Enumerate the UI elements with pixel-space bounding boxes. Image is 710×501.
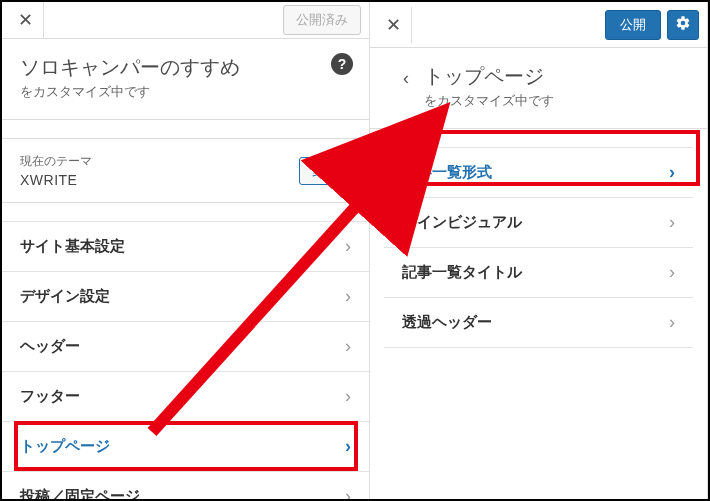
- settings-button[interactable]: [667, 10, 699, 40]
- menu-item-main-visual[interactable]: メインビジュアル ›: [384, 197, 693, 248]
- topbar-left: ✕ 公開済み: [2, 2, 369, 39]
- chevron-right-icon: ›: [345, 436, 351, 457]
- gear-icon: [675, 15, 691, 34]
- menu-item-label: メインビジュアル: [402, 213, 522, 232]
- publish-button[interactable]: 公開: [605, 10, 661, 40]
- menu-item-posts[interactable]: 投稿／固定ページ ›: [2, 471, 369, 501]
- chevron-right-icon: ›: [669, 312, 675, 333]
- menu-item-label: トップページ: [20, 437, 110, 456]
- menu-item-site-basic[interactable]: サイト基本設定 ›: [2, 221, 369, 272]
- section-subtitle: をカスタマイズ中です: [424, 92, 689, 110]
- menu-item-article-list-format[interactable]: 記事一覧形式 ›: [384, 147, 693, 198]
- menu-item-label: 記事一覧形式: [402, 163, 492, 182]
- chevron-right-icon: ›: [669, 162, 675, 183]
- theme-caption: 現在のテーマ: [20, 153, 299, 170]
- chevron-right-icon: ›: [345, 286, 351, 307]
- menu-list-left: サイト基本設定 › デザイン設定 › ヘッダー › フッター › トップページ …: [2, 221, 369, 501]
- close-button[interactable]: ✕: [376, 7, 412, 43]
- close-icon: ✕: [386, 14, 401, 36]
- title-area-left: ソロキャンパーのすすめ をカスタマイズ中です ?: [2, 39, 369, 120]
- menu-item-footer[interactable]: フッター ›: [2, 371, 369, 422]
- theme-name: XWRITE: [20, 172, 299, 188]
- site-title: ソロキャンパーのすすめ: [20, 53, 351, 81]
- menu-item-transparent-header[interactable]: 透過ヘッダー ›: [384, 297, 693, 348]
- close-button[interactable]: ✕: [8, 2, 44, 38]
- menu-item-label: フッター: [20, 387, 80, 406]
- help-icon[interactable]: ?: [331, 53, 353, 75]
- chevron-right-icon: ›: [345, 486, 351, 501]
- menu-item-header[interactable]: ヘッダー ›: [2, 321, 369, 372]
- customizer-panel-root: ✕ 公開済み ソロキャンパーのすすめ をカスタマイズ中です ? 現在のテーマ X…: [2, 2, 370, 499]
- back-button[interactable]: ‹: [388, 62, 424, 89]
- title-area-right: ‹ トップページ をカスタマイズ中です: [370, 48, 707, 129]
- menu-item-label: サイト基本設定: [20, 237, 125, 256]
- menu-item-toppage[interactable]: トップページ ›: [2, 421, 369, 472]
- menu-list-right: 記事一覧形式 › メインビジュアル › 記事一覧タイトル › 透過ヘッダー ›: [370, 147, 707, 347]
- menu-item-label: デザイン設定: [20, 287, 110, 306]
- menu-item-label: 投稿／固定ページ: [20, 487, 140, 501]
- topbar-right: ✕ 公開: [370, 2, 707, 48]
- menu-item-label: ヘッダー: [20, 337, 80, 356]
- menu-item-label: 記事一覧タイトル: [402, 263, 522, 282]
- customizer-panel-toppage: ✕ 公開 ‹ トップページ をカスタマイズ中です 記事一覧形式 ›: [370, 2, 708, 499]
- published-button: 公開済み: [283, 5, 361, 35]
- menu-item-label: 透過ヘッダー: [402, 313, 492, 332]
- chevron-right-icon: ›: [345, 386, 351, 407]
- change-theme-button[interactable]: 変更: [299, 157, 351, 185]
- section-title: トップページ: [424, 62, 689, 90]
- chevron-right-icon: ›: [669, 212, 675, 233]
- theme-block: 現在のテーマ XWRITE 変更: [2, 138, 369, 203]
- menu-item-design[interactable]: デザイン設定 ›: [2, 271, 369, 322]
- chevron-right-icon: ›: [669, 262, 675, 283]
- menu-item-article-list-title[interactable]: 記事一覧タイトル ›: [384, 247, 693, 298]
- chevron-left-icon: ‹: [403, 68, 409, 88]
- chevron-right-icon: ›: [345, 336, 351, 357]
- title-subtitle: をカスタマイズ中です: [20, 83, 351, 101]
- close-icon: ✕: [18, 9, 33, 31]
- chevron-right-icon: ›: [345, 236, 351, 257]
